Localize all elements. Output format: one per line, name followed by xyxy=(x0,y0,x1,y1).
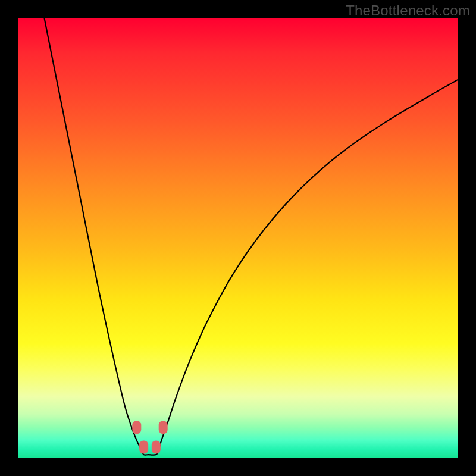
curve-marker xyxy=(152,441,161,454)
figure-frame: TheBottleneck.com xyxy=(0,0,476,476)
curve-marker xyxy=(139,441,148,454)
curve-marker xyxy=(132,421,141,434)
bottleneck-curve xyxy=(44,18,458,455)
curve-marker xyxy=(159,421,168,434)
watermark-text: TheBottleneck.com xyxy=(346,2,470,19)
plot-area xyxy=(18,18,458,458)
curve-layer xyxy=(18,18,458,458)
